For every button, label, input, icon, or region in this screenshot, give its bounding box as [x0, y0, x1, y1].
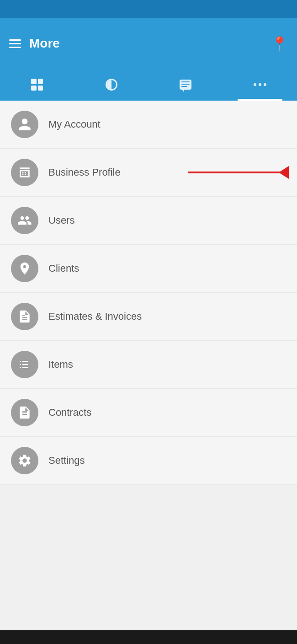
chat-icon — [180, 80, 191, 90]
clients-icon — [11, 255, 38, 282]
estimates-invoices-icon — [11, 303, 38, 330]
contracts-label: Contracts — [48, 407, 91, 419]
menu-list: My Account Business Profile Users — [0, 101, 297, 485]
menu-item-contracts[interactable]: Contracts — [0, 389, 297, 437]
clients-label: Clients — [48, 263, 79, 274]
half-circle-icon — [106, 79, 117, 91]
tab-grid[interactable] — [0, 69, 74, 101]
tab-bar — [0, 69, 297, 101]
app-header: More 📍 — [0, 18, 297, 69]
tab-more[interactable] — [223, 69, 297, 101]
menu-item-clients[interactable]: Clients — [0, 245, 297, 293]
menu-item-estimates-invoices[interactable]: Estimates & Invoices — [0, 293, 297, 341]
menu-item-items[interactable]: Items — [0, 341, 297, 389]
my-account-icon — [11, 111, 38, 138]
location-icon[interactable]: 📍 — [271, 36, 288, 52]
settings-label: Settings — [48, 455, 85, 467]
users-label: Users — [48, 215, 74, 226]
status-bar — [0, 0, 297, 18]
items-icon — [11, 351, 38, 378]
menu-item-my-account[interactable]: My Account — [0, 101, 297, 149]
page-title: More — [29, 36, 60, 51]
more-dots-icon — [254, 83, 266, 86]
bottom-bar — [0, 630, 297, 644]
tab-half-circle[interactable] — [74, 69, 149, 101]
users-icon — [11, 207, 38, 234]
menu-item-users[interactable]: Users — [0, 197, 297, 245]
red-arrow-annotation — [188, 166, 289, 179]
settings-icon — [11, 447, 38, 474]
contracts-icon — [11, 399, 38, 426]
business-profile-icon — [11, 159, 38, 186]
my-account-label: My Account — [48, 118, 101, 130]
items-label: Items — [48, 359, 73, 370]
menu-item-business-profile[interactable]: Business Profile — [0, 149, 297, 197]
business-profile-label: Business Profile — [48, 166, 121, 178]
hamburger-menu-button[interactable] — [9, 39, 21, 48]
menu-item-settings[interactable]: Settings — [0, 437, 297, 485]
grid-icon — [31, 79, 43, 91]
tab-chat[interactable] — [148, 69, 223, 101]
estimates-invoices-label: Estimates & Invoices — [48, 311, 142, 322]
